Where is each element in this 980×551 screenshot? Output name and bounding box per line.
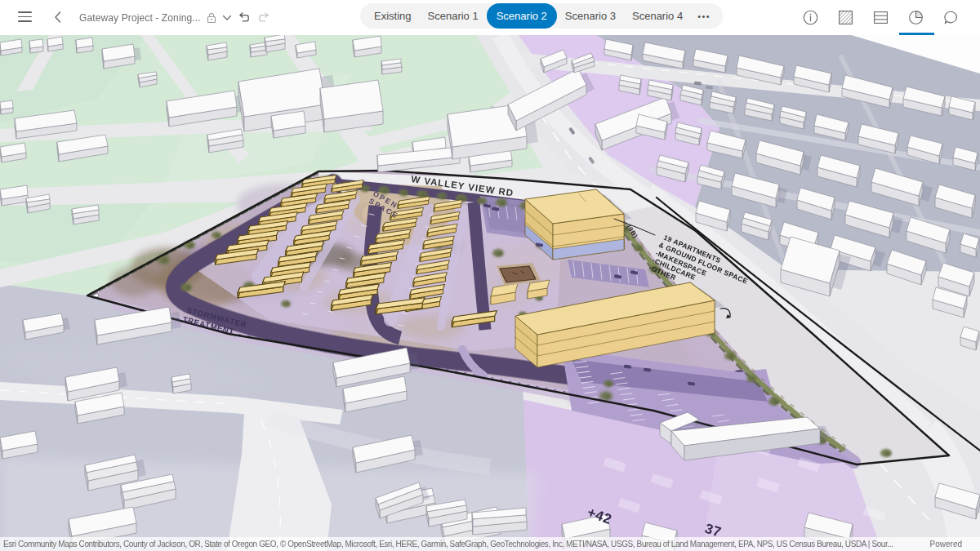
undo-icon[interactable]: [238, 12, 251, 23]
tabs-overflow-ellipsis-icon[interactable]: •••: [691, 11, 717, 21]
tab-scenario-3[interactable]: Scenario 3: [557, 3, 624, 29]
active-tool-underline: [899, 33, 934, 35]
map-3d-scene[interactable]: W VALLEY VIEW RD OPEN SPACE STORMWATER T…: [0, 35, 980, 551]
top-toolbar: Gateway Project - Zoning... Existing Sce…: [0, 0, 980, 35]
info-icon[interactable]: [793, 0, 828, 35]
redo-icon[interactable]: [257, 12, 270, 23]
map-viewport[interactable]: W VALLEY VIEW RD OPEN SPACE STORMWATER T…: [0, 35, 980, 551]
attribution-bar: Esri Community Maps Contributors, County…: [0, 537, 980, 551]
zoning-hatch-icon[interactable]: [828, 0, 863, 35]
tab-scenario-2[interactable]: Scenario 2: [487, 3, 557, 29]
tab-scenario-4[interactable]: Scenario 4: [624, 3, 691, 29]
feedback-chat-icon[interactable]: [933, 0, 969, 35]
project-title: Gateway Project - Zoning...: [79, 12, 201, 24]
title-dropdown-chevron-icon[interactable]: [222, 15, 232, 21]
table-rows-icon[interactable]: [863, 0, 898, 35]
toolbar-right-icons: [793, 0, 969, 35]
app-window: Gateway Project - Zoning... Existing Sce…: [0, 0, 980, 551]
tab-existing[interactable]: Existing: [366, 3, 420, 29]
lock-icon: [207, 12, 216, 24]
scenario-tabbar: Existing Scenario 1 Scenario 2 Scenario …: [360, 3, 723, 29]
hamburger-menu-icon[interactable]: [18, 11, 32, 22]
tab-scenario-1[interactable]: Scenario 1: [420, 3, 487, 29]
attribution-sources: Esri Community Maps Contributors, County…: [0, 540, 893, 549]
powered-by-label: Powered: [930, 540, 980, 549]
dashboard-pie-chart-icon[interactable]: [898, 0, 933, 35]
back-chevron-icon[interactable]: [52, 10, 64, 24]
